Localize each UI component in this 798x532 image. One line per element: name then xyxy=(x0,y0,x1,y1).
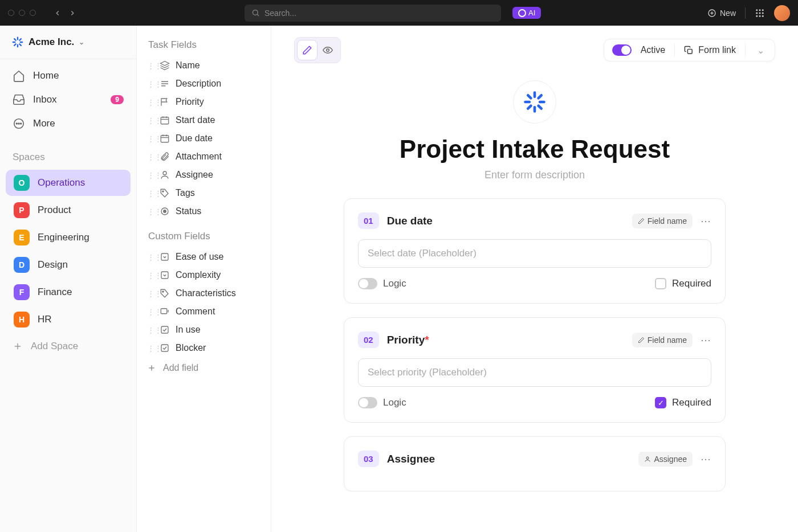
field-item-priority[interactable]: ⋮⋮Priority xyxy=(137,93,271,111)
form-title[interactable]: Project Intake Request xyxy=(294,135,775,163)
sidebar-item-engineering[interactable]: EEngineering xyxy=(6,224,131,251)
new-button[interactable]: New xyxy=(707,9,736,18)
avatar[interactable] xyxy=(774,5,790,21)
card-more-button[interactable]: ⋯ xyxy=(701,215,711,227)
drag-handle-icon[interactable]: ⋮⋮ xyxy=(147,134,154,143)
svg-line-1 xyxy=(257,14,259,16)
drag-handle-icon[interactable]: ⋮⋮ xyxy=(147,308,154,316)
drag-handle-icon[interactable]: ⋮⋮ xyxy=(147,80,154,88)
field-label: Name xyxy=(176,60,200,71)
svg-point-63 xyxy=(646,457,649,459)
drag-handle-icon[interactable]: ⋮⋮ xyxy=(147,153,154,161)
edit-mode-button[interactable] xyxy=(297,40,317,60)
drag-handle-icon[interactable]: ⋮⋮ xyxy=(147,207,154,216)
field-item-description[interactable]: ⋮⋮Description xyxy=(137,75,271,93)
search-placeholder: Search... xyxy=(264,9,296,18)
field-item-blocker[interactable]: ⋮⋮Blocker xyxy=(137,339,271,357)
form-link-button[interactable]: Form link xyxy=(684,45,736,55)
dropdown-icon xyxy=(160,270,170,280)
field-name-chip[interactable]: Field name xyxy=(632,333,693,347)
field-item-ease-of-use[interactable]: ⋮⋮Ease of use xyxy=(137,248,271,266)
search-input[interactable]: Search... xyxy=(245,5,501,22)
sidebar-item-product[interactable]: PProduct xyxy=(6,197,131,223)
svg-point-9 xyxy=(759,12,761,14)
pencil-icon xyxy=(302,45,312,55)
field-item-due-date[interactable]: ⋮⋮Due date xyxy=(137,129,271,148)
svg-point-11 xyxy=(756,15,758,17)
sidebar-item-hr[interactable]: HHR xyxy=(6,306,131,333)
drag-handle-icon[interactable]: ⋮⋮ xyxy=(147,326,154,334)
add-space-button[interactable]: Add Space xyxy=(0,334,136,359)
field-name-chip[interactable]: Field name xyxy=(632,214,693,228)
controls-dropdown[interactable]: ⌄ xyxy=(755,45,767,56)
form-field-card[interactable]: 01 Due date Field name ⋯ Select date (Pl… xyxy=(344,198,726,304)
field-item-start-date[interactable]: ⋮⋮Start date xyxy=(137,111,271,129)
field-item-in-use[interactable]: ⋮⋮In use xyxy=(137,321,271,339)
logic-toggle[interactable] xyxy=(358,397,377,408)
drag-handle-icon[interactable]: ⋮⋮ xyxy=(147,171,154,179)
card-more-button[interactable]: ⋯ xyxy=(701,334,711,346)
svg-line-60 xyxy=(539,106,542,109)
field-item-attachment[interactable]: ⋮⋮Attachment xyxy=(137,148,271,166)
forward-button[interactable] xyxy=(67,7,78,19)
drag-handle-icon[interactable]: ⋮⋮ xyxy=(147,344,154,353)
field-label: Due date xyxy=(176,133,213,144)
drag-handle-icon[interactable]: ⋮⋮ xyxy=(147,116,154,125)
apps-grid-icon[interactable] xyxy=(755,8,765,18)
card-title[interactable]: Due date xyxy=(387,215,433,227)
form-field-card[interactable]: 02 Priority* Field name ⋯ Select priorit… xyxy=(344,317,726,423)
card-title[interactable]: Priority* xyxy=(387,334,429,346)
space-label: Engineering xyxy=(38,232,89,243)
form-logo[interactable] xyxy=(513,80,556,124)
field-label: Status xyxy=(176,206,201,216)
field-item-characteristics[interactable]: ⋮⋮Characteristics xyxy=(137,284,271,302)
sidebar-item-operations[interactable]: OOperations xyxy=(6,170,131,196)
paperclip-icon xyxy=(160,152,170,162)
ai-button[interactable]: AI xyxy=(512,7,541,19)
sidebar-item-finance[interactable]: FFinance xyxy=(6,279,131,305)
drag-handle-icon[interactable]: ⋮⋮ xyxy=(147,98,154,107)
maximize-window-icon[interactable] xyxy=(30,10,36,16)
drag-handle-icon[interactable]: ⋮⋮ xyxy=(147,62,154,70)
form-description[interactable]: Enter form description xyxy=(294,169,775,181)
field-placeholder-input[interactable]: Select date (Placeholder) xyxy=(358,239,711,268)
card-more-button[interactable]: ⋯ xyxy=(701,453,711,465)
svg-point-12 xyxy=(759,15,761,17)
required-checkbox[interactable]: ✓ xyxy=(655,397,666,408)
drag-handle-icon[interactable]: ⋮⋮ xyxy=(147,271,154,280)
logic-toggle[interactable] xyxy=(358,278,377,289)
card-title[interactable]: Assignee xyxy=(387,453,435,465)
preview-mode-button[interactable] xyxy=(317,40,338,60)
sidebar-item-home[interactable]: Home xyxy=(6,64,131,88)
sidebar-item-inbox[interactable]: Inbox 9 xyxy=(6,88,131,112)
close-window-icon[interactable] xyxy=(8,10,14,16)
card-number: 03 xyxy=(358,451,379,467)
drag-handle-icon[interactable]: ⋮⋮ xyxy=(147,189,154,198)
svg-rect-32 xyxy=(161,117,169,124)
active-toggle[interactable] xyxy=(612,44,632,56)
add-field-button[interactable]: Add field xyxy=(137,357,271,379)
workspace-selector[interactable]: Acme Inc. ⌄ xyxy=(0,26,136,59)
back-button[interactable] xyxy=(52,7,63,19)
field-item-status[interactable]: ⋮⋮Status xyxy=(137,202,271,220)
required-checkbox[interactable] xyxy=(655,278,666,289)
field-item-tags[interactable]: ⋮⋮Tags xyxy=(137,184,271,202)
field-placeholder-input[interactable]: Select priority (Placeholder) xyxy=(358,358,711,387)
svg-point-5 xyxy=(756,9,758,11)
field-item-name[interactable]: ⋮⋮Name xyxy=(137,56,271,75)
svg-rect-50 xyxy=(161,345,168,351)
drag-handle-icon[interactable]: ⋮⋮ xyxy=(147,253,154,261)
minimize-window-icon[interactable] xyxy=(19,10,25,16)
field-name-chip[interactable]: Assignee xyxy=(638,452,693,466)
space-label: Finance xyxy=(38,287,72,298)
drag-handle-icon[interactable]: ⋮⋮ xyxy=(147,289,154,298)
field-item-comment[interactable]: ⋮⋮Comment xyxy=(137,302,271,321)
field-label: Blocker xyxy=(176,343,206,353)
svg-line-61 xyxy=(528,106,531,109)
field-item-complexity[interactable]: ⋮⋮Complexity xyxy=(137,266,271,284)
sidebar-item-more[interactable]: More xyxy=(6,112,131,136)
logo-icon xyxy=(11,36,24,48)
form-field-card[interactable]: 03 Assignee Assignee ⋯ xyxy=(344,436,726,492)
field-item-assignee[interactable]: ⋮⋮Assignee xyxy=(137,166,271,184)
sidebar-item-design[interactable]: DDesign xyxy=(6,252,131,278)
